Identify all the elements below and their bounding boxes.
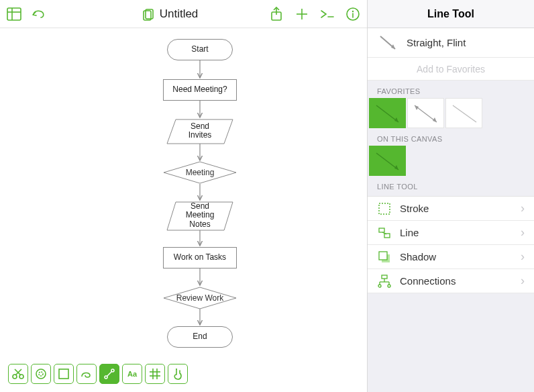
svg-marker-37 <box>433 117 437 122</box>
svg-rect-23 <box>59 369 68 379</box>
documents-icon <box>142 7 156 21</box>
shadow-icon <box>377 250 392 264</box>
tool-grid[interactable] <box>145 364 165 384</box>
main-area: Untitled <box>0 0 368 392</box>
list-item-line[interactable]: Line › <box>368 221 534 245</box>
favorite-swatch-1[interactable] <box>369 98 406 128</box>
inspector-panel: Line Tool Straight, Flint Add to Favorit… <box>368 0 534 392</box>
svg-point-25 <box>111 369 114 372</box>
undo-icon[interactable] <box>31 7 46 21</box>
node-work-on-tasks[interactable]: Work on Tasks <box>163 247 237 268</box>
svg-point-54 <box>388 285 390 287</box>
add-to-favorites-button[interactable]: Add to Favorites <box>368 58 534 81</box>
oncanvas-swatches <box>368 146 534 176</box>
list-item-stroke[interactable]: Stroke › <box>368 197 534 221</box>
sidebar-icon[interactable] <box>7 7 21 21</box>
connections-icon <box>377 275 392 288</box>
oncanvas-swatch-1[interactable] <box>369 146 406 176</box>
svg-point-53 <box>378 285 381 287</box>
line-preview[interactable]: Straight, Flint <box>368 28 534 58</box>
svg-point-24 <box>105 376 107 379</box>
svg-point-22 <box>39 372 43 376</box>
tool-line[interactable] <box>99 364 119 384</box>
svg-point-11 <box>352 10 354 11</box>
svg-rect-47 <box>379 252 387 260</box>
favorites-swatches <box>368 98 534 128</box>
chevron-right-icon: › <box>521 201 525 215</box>
favorite-swatch-2[interactable] <box>407 98 444 128</box>
svg-rect-0 <box>7 8 21 20</box>
add-icon[interactable] <box>295 7 309 21</box>
line-preview-label: Straight, Flint <box>407 37 466 48</box>
inspector-title: Line Tool <box>368 0 534 28</box>
document-title-area[interactable]: Untitled <box>81 7 260 21</box>
svg-line-39 <box>453 105 476 122</box>
canvas[interactable]: Start Need Meeting? Send Invites Meeting… <box>0 28 367 392</box>
section-favorites-label: FAVORITES <box>368 81 534 98</box>
console-icon[interactable] <box>320 7 335 21</box>
section-linetool-label: LINE TOOL <box>368 176 534 193</box>
section-oncanvas-label: ON THIS CANVAS <box>368 128 534 146</box>
svg-rect-42 <box>379 203 390 214</box>
document-title: Untitled <box>160 7 199 21</box>
top-toolbar: Untitled <box>0 0 367 28</box>
chevron-right-icon: › <box>521 274 525 288</box>
svg-line-26 <box>107 372 112 377</box>
svg-marker-38 <box>415 105 419 110</box>
svg-point-31 <box>176 369 177 370</box>
svg-line-34 <box>376 105 398 122</box>
tool-style[interactable] <box>31 364 51 384</box>
svg-marker-35 <box>394 117 398 122</box>
node-meeting[interactable]: Meeting <box>163 161 237 184</box>
tool-touch[interactable] <box>168 364 188 384</box>
svg-marker-33 <box>391 44 395 49</box>
svg-marker-41 <box>394 165 398 170</box>
favorite-swatch-3[interactable] <box>445 98 482 128</box>
line-icon <box>377 226 392 240</box>
node-send-meeting-notes[interactable]: Send Meeting Notes <box>166 201 233 230</box>
svg-rect-43 <box>379 228 384 232</box>
node-review-work[interactable]: Review Work <box>163 287 237 309</box>
svg-line-36 <box>415 105 437 122</box>
node-need-meeting[interactable]: Need Meeting? <box>163 79 237 101</box>
share-icon[interactable] <box>269 7 284 21</box>
svg-rect-44 <box>384 234 390 238</box>
node-start[interactable]: Start <box>167 39 233 60</box>
tool-freehand[interactable] <box>76 364 97 384</box>
tool-scissors[interactable] <box>8 364 28 384</box>
svg-rect-48 <box>382 275 387 279</box>
list-item-shadow[interactable]: Shadow › <box>368 245 534 269</box>
tool-shape[interactable] <box>54 364 74 384</box>
svg-point-21 <box>36 369 46 379</box>
node-send-invites[interactable]: Send Invites <box>166 119 233 143</box>
line-preview-icon <box>378 34 398 52</box>
chevron-right-icon: › <box>521 226 525 240</box>
bottom-toolbar: Aa <box>8 364 188 384</box>
stroke-icon <box>377 202 392 215</box>
line-tool-list: Stroke › Line › Shadow › <box>368 196 534 293</box>
info-icon[interactable] <box>345 7 360 21</box>
node-end[interactable]: End <box>167 326 233 348</box>
chevron-right-icon: › <box>521 250 525 264</box>
svg-line-40 <box>376 153 398 170</box>
tool-text[interactable]: Aa <box>122 364 142 384</box>
list-item-connections[interactable]: Connections › <box>368 269 534 293</box>
